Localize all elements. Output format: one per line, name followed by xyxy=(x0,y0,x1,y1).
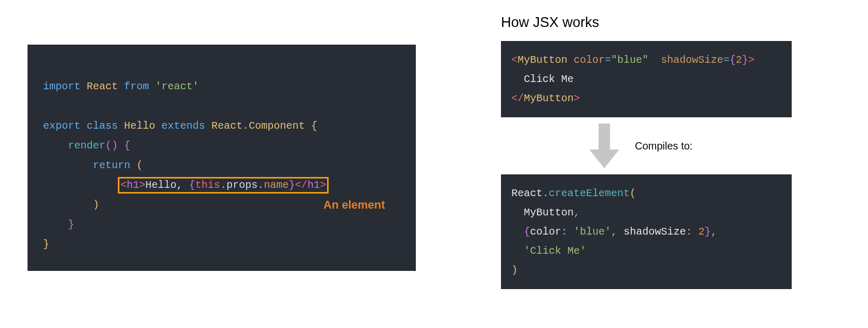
jsx-eq1: = xyxy=(605,54,611,66)
out-comma1: , xyxy=(574,207,580,218)
tag-close-gt: > xyxy=(320,179,326,191)
identifier-react2: React xyxy=(211,120,242,132)
dot3: . xyxy=(257,179,264,191)
out-obj-open: { xyxy=(524,226,530,238)
prop-props: props xyxy=(226,179,257,191)
keyword-extends: extends xyxy=(161,120,205,132)
text-hello: Hello, xyxy=(145,179,189,191)
jsx-eq2: = xyxy=(723,54,729,66)
keyword-return: return xyxy=(93,159,130,171)
paren-close: ) xyxy=(93,199,99,211)
out-rparen: ) xyxy=(511,264,518,276)
expr-close: } xyxy=(289,179,295,191)
keyword-this: this xyxy=(195,179,220,191)
jsx-num: 2 xyxy=(736,54,742,66)
method-render: render xyxy=(68,140,105,152)
out-color-key: color xyxy=(530,226,561,238)
jsx-attr-color: color xyxy=(574,54,605,66)
out-obj-close: } xyxy=(704,226,711,238)
out-dot: . xyxy=(542,187,549,199)
tag-h1-close: h1 xyxy=(307,179,320,191)
paren-open: ( xyxy=(137,159,143,171)
tag-open-lt: < xyxy=(120,179,127,191)
svg-marker-1 xyxy=(589,149,619,168)
jsx-open-gt: > xyxy=(748,54,754,66)
out-comma3: , xyxy=(711,226,717,238)
out-createelement: createElement xyxy=(549,187,630,199)
annotation-element: An element xyxy=(323,194,385,216)
parens: () xyxy=(105,140,118,152)
out-comma2: , xyxy=(611,226,617,238)
jsx-close-lt: </ xyxy=(511,92,524,104)
jsx-color-val: "blue" xyxy=(611,54,648,66)
heading-jsx: How JSX works xyxy=(501,15,792,31)
jsx-close-gt: > xyxy=(574,92,580,104)
prop-name: name xyxy=(264,179,289,191)
brace-open2: { xyxy=(124,140,130,152)
compiles-label: Compiles to: xyxy=(635,140,693,152)
out-shadow-val: 2 xyxy=(698,226,704,238)
keyword-from: from xyxy=(124,80,149,92)
class-hello: Hello xyxy=(124,120,155,132)
out-click-str: 'Click Me' xyxy=(524,245,586,257)
brace-open: { xyxy=(311,120,317,132)
output-code-panel: React.createElement( MyButton, {color: '… xyxy=(501,174,792,289)
out-mybutton: MyButton xyxy=(524,207,574,218)
out-color-val: 'blue' xyxy=(574,226,611,238)
jsx-attr-shadow: shadowSize xyxy=(661,54,723,66)
keyword-class: class xyxy=(87,120,118,132)
brace-close: } xyxy=(43,238,49,250)
jsx-open-lt: < xyxy=(511,54,518,66)
keyword-export: export xyxy=(43,120,80,132)
expr-open: { xyxy=(189,179,195,191)
string-react: 'react' xyxy=(155,80,199,92)
keyword-import: import xyxy=(43,80,80,92)
jsx-mybutton-close: MyButton xyxy=(524,92,574,104)
left-code-panel: import React from 'react' export class H… xyxy=(28,45,416,271)
right-column: How JSX works <MyButton color="blue" sha… xyxy=(501,15,792,289)
tag-close-lt: </ xyxy=(295,179,307,191)
jsx-text: Click Me xyxy=(524,73,574,85)
out-colon1: : xyxy=(561,226,567,238)
out-colon2: : xyxy=(686,226,692,238)
dot: . xyxy=(242,120,249,132)
element-highlight-box: <h1>Hello, {this.props.name}</h1> xyxy=(118,177,329,194)
dot2: . xyxy=(220,179,226,191)
tag-open-gt: > xyxy=(139,179,145,191)
arrow-down-icon xyxy=(589,124,619,168)
identifier-react: React xyxy=(87,80,118,92)
class-component: Component xyxy=(249,120,305,132)
arrow-row: Compiles to: xyxy=(589,124,792,168)
out-react: React xyxy=(511,187,542,199)
jsx-expr-open: { xyxy=(729,54,736,66)
tag-h1: h1 xyxy=(127,179,139,191)
jsx-mybutton: MyButton xyxy=(518,54,567,66)
out-shadow-key: shadowSize xyxy=(623,226,686,238)
jsx-code-panel: <MyButton color="blue" shadowSize={2}> C… xyxy=(501,41,792,117)
svg-rect-0 xyxy=(599,124,610,151)
out-lparen: ( xyxy=(630,187,636,199)
brace-close2: } xyxy=(68,218,74,230)
jsx-expr-close: } xyxy=(742,54,748,66)
